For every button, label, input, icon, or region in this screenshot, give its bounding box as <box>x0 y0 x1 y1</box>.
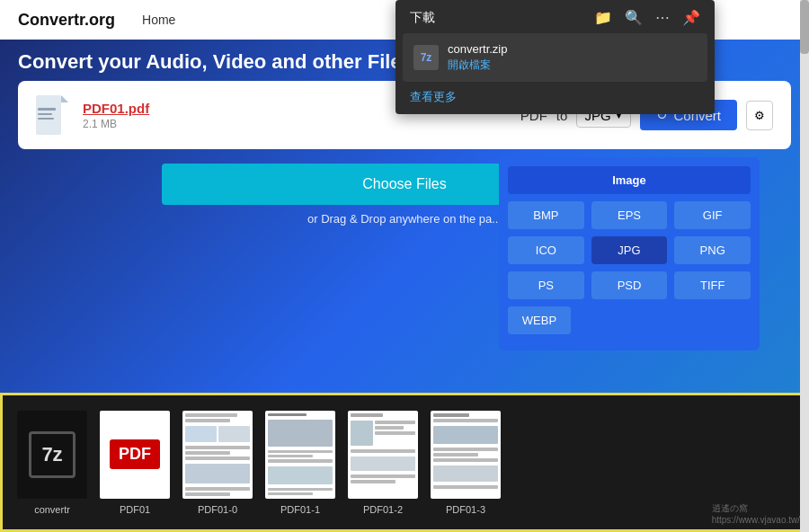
pin-icon[interactable]: 📌 <box>682 9 700 26</box>
nav-home[interactable]: Home <box>142 13 175 27</box>
format-btn-png[interactable]: PNG <box>674 236 751 264</box>
more-icon[interactable]: ⋯ <box>655 9 670 26</box>
thumb-img-pdf01-0 <box>182 411 253 499</box>
format-row-3: PS PSD TIFF <box>508 271 751 299</box>
download-popup: 下載 📁 🔍 ⋯ 📌 7z convertr.zip 開啟檔案 查看更多 <box>396 0 715 114</box>
thumb-label-pdf01-1: PDF01-1 <box>280 504 320 515</box>
download-header-icons: 📁 🔍 ⋯ 📌 <box>594 9 700 26</box>
watermark-line1: 逍遙の窩 <box>712 502 800 515</box>
format-row-image: Image <box>508 166 751 194</box>
svg-rect-3 <box>38 113 52 115</box>
format-btn-ps[interactable]: PS <box>508 271 584 299</box>
thumb-label-pdf01-2: PDF01-2 <box>363 504 403 515</box>
download-header: 下載 📁 🔍 ⋯ 📌 <box>396 0 715 33</box>
thumb-img-pdf01-3 <box>431 411 501 499</box>
thumbnail-bar: 7z convertr PDF PDF01 PDF01-0 <box>0 393 809 532</box>
navbar-links: Home <box>142 13 175 27</box>
format-btn-bmp[interactable]: BMP <box>508 201 584 229</box>
format-btn-psd[interactable]: PSD <box>591 271 668 299</box>
folder-icon[interactable]: 📁 <box>594 9 612 26</box>
svg-rect-4 <box>38 118 54 120</box>
format-btn-tiff[interactable]: TIFF <box>674 271 751 299</box>
download-item: 7z convertr.zip 開啟檔案 <box>403 33 707 82</box>
pdf-badge: PDF <box>110 439 160 469</box>
gear-icon: ⚙ <box>754 109 765 122</box>
search-icon[interactable]: 🔍 <box>625 9 643 26</box>
thumb-pdf01-3: PDF01-3 <box>431 411 501 515</box>
thumb-img-convertr: 7z <box>17 411 87 499</box>
scrollbar-thumb[interactable] <box>800 0 809 54</box>
zip-icon: 7z <box>413 45 439 70</box>
open-file-link[interactable]: 開啟檔案 <box>448 58 697 73</box>
svg-rect-2 <box>38 108 56 111</box>
format-dropdown: Image BMP EPS GIF ICO JPG PNG PS PSD TIF… <box>499 157 760 350</box>
thumb-convertr: 7z convertr <box>17 411 87 515</box>
format-row-2: ICO JPG PNG <box>508 236 751 264</box>
download-item-info: convertr.zip 開啟檔案 <box>448 42 697 73</box>
thumb-pdf01: PDF PDF01 <box>100 411 170 515</box>
thumb-label-pdf01-3: PDF01-3 <box>446 504 485 515</box>
thumb-pdf01-1: PDF01-1 <box>265 411 335 515</box>
thumb-img-pdf01-2 <box>348 411 418 499</box>
site-logo: Convertr.org <box>18 11 115 30</box>
watermark: 逍遙の窩 https://www.vjavao.tw/ <box>712 502 800 525</box>
watermark-line2: https://www.vjavao.tw/ <box>712 515 800 525</box>
thumb-label-convertr: convertr <box>34 504 70 515</box>
format-btn-webp[interactable]: WEBP <box>508 306 571 334</box>
thumb-pdf01-0: PDF01-0 <box>182 411 253 515</box>
thumb-label-pdf01-0: PDF01-0 <box>198 504 237 515</box>
format-btn-image[interactable]: Image <box>508 166 751 194</box>
svg-marker-1 <box>61 95 68 102</box>
format-btn-gif[interactable]: GIF <box>674 201 751 229</box>
file-size: 2.1 MB <box>83 118 506 130</box>
thumb-img-pdf01: PDF <box>100 411 170 499</box>
download-filename: convertr.zip <box>448 42 697 56</box>
file-icon <box>36 95 68 135</box>
format-row-4: WEBP <box>508 306 751 334</box>
format-row-1: BMP EPS GIF <box>508 201 751 229</box>
format-btn-jpg[interactable]: JPG <box>591 236 668 264</box>
scrollbar[interactable] <box>800 0 809 532</box>
zip-thumb-icon: 7z <box>29 431 76 478</box>
format-btn-eps[interactable]: EPS <box>591 201 668 229</box>
download-more-link[interactable]: 查看更多 <box>396 89 715 114</box>
settings-button[interactable]: ⚙ <box>746 101 773 130</box>
thumb-pdf01-2: PDF01-2 <box>348 411 418 515</box>
thumb-img-pdf01-1 <box>265 411 335 499</box>
download-title: 下載 <box>410 10 435 26</box>
format-btn-ico[interactable]: ICO <box>508 236 584 264</box>
thumb-label-pdf01: PDF01 <box>120 504 150 515</box>
